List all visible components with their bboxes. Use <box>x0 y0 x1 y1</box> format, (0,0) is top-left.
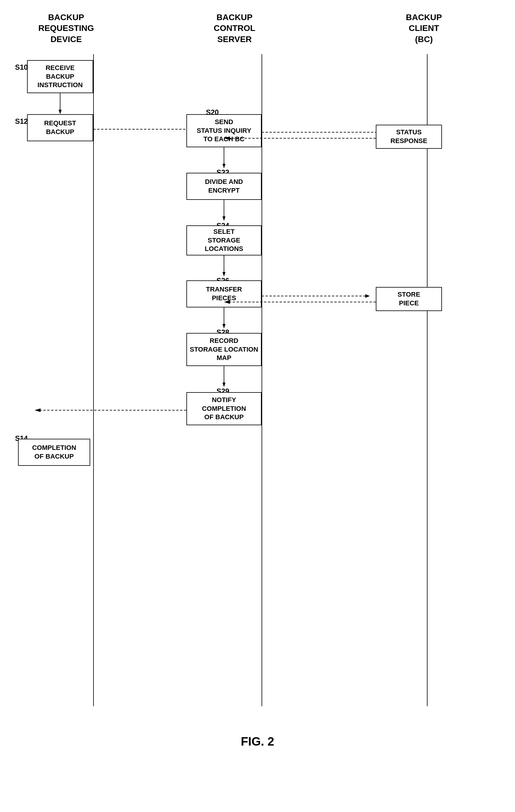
svg-marker-7 <box>223 164 226 168</box>
col-header-brd: BACKUPREQUESTINGDEVICE <box>18 12 114 45</box>
arrow-s24-s26 <box>223 256 226 277</box>
lane-line-brd <box>93 54 94 706</box>
svg-marker-23 <box>35 408 40 412</box>
svg-marker-1 <box>59 110 62 114</box>
box-s24: SELETSTORAGELOCATIONS <box>187 225 262 256</box>
svg-marker-15 <box>365 294 370 298</box>
box-s28: RECORDSTORAGE LOCATIONMAP <box>187 333 262 366</box>
svg-marker-19 <box>224 300 230 304</box>
box-s20: SENDSTATUS INQUIRYTO EACH BC <box>187 114 262 147</box>
step-label-s10: S10 <box>15 63 28 71</box>
arrow-s26-s28 <box>223 308 226 328</box>
box-s22: DIVIDE ANDENCRYPT <box>187 173 262 200</box>
box-s29: NOTIFYCOMPLETIONOF BACKUP <box>187 392 262 425</box>
box-s30: STATUSRESPONSE <box>376 125 442 149</box>
arrow-s32-s28 <box>224 299 377 305</box>
col-header-bc: BACKUPCLIENT(BC) <box>376 12 472 45</box>
arrow-s29-s14 <box>35 407 188 413</box>
step-label-s12: S12 <box>15 117 28 126</box>
arrow-s28-s29 <box>223 366 226 387</box>
svg-marker-9 <box>224 137 230 140</box>
diagram: BACKUPREQUESTINGDEVICE BACKUPCONTROLSERV… <box>0 0 515 766</box>
arrow-s10-s12 <box>59 93 62 114</box>
lane-line-bcs <box>262 54 262 706</box>
arrow-s26-s32 <box>262 293 373 299</box>
box-s10: RECEIVEBACKUPINSTRUCTION <box>27 60 93 93</box>
box-s14: COMPLETIONOF BACKUP <box>18 439 90 466</box>
lane-line-bc <box>427 54 428 706</box>
arrow-s22-s24 <box>223 200 226 221</box>
figure-caption: FIG. 2 <box>241 735 274 748</box>
col-header-bcs: BACKUPCONTROLSERVER <box>187 12 283 45</box>
svg-marker-13 <box>223 272 226 277</box>
box-s12: REQUESTBACKUP <box>27 114 93 141</box>
box-s32: STOREPIECE <box>376 287 442 311</box>
svg-marker-21 <box>223 382 226 387</box>
svg-marker-11 <box>223 216 226 221</box>
arrow-s20-s22 <box>223 147 226 168</box>
svg-marker-17 <box>223 324 226 328</box>
arrow-s30-s22 <box>224 135 377 141</box>
